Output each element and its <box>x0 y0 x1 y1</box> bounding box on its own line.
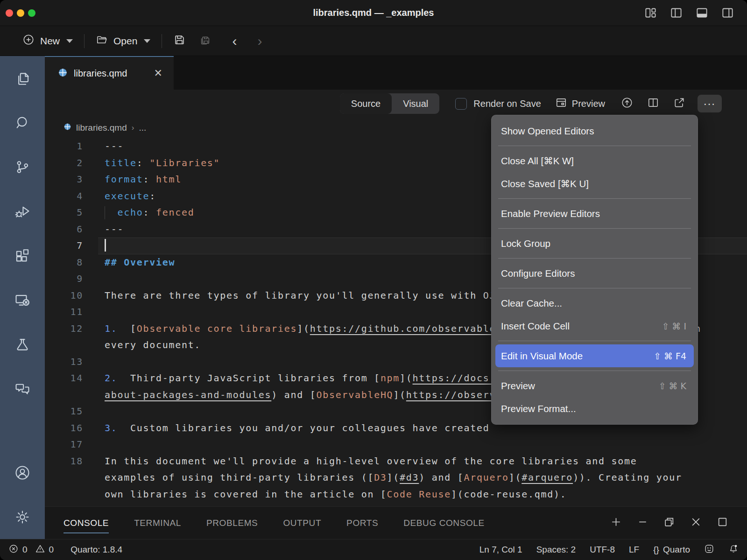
open-button[interactable]: Open <box>96 34 150 48</box>
line-number: 5 <box>45 204 83 221</box>
cursor-position-status[interactable]: Ln 7, Col 1 <box>479 545 522 555</box>
plus-icon[interactable] <box>610 516 622 530</box>
code-token: ]( <box>400 372 412 384</box>
navigate-back-button[interactable]: ‹ <box>232 33 237 49</box>
text-cursor <box>105 239 106 252</box>
panel-tab-debug-console[interactable]: DEBUG CONSOLE <box>403 513 485 533</box>
code-line[interactable]: 18In this document we'll provide a high-… <box>45 453 747 470</box>
code-token: There are three types of library you'll … <box>105 290 509 301</box>
menu-item-configure-editors[interactable]: Configure Editors <box>492 262 698 285</box>
activity-bar-item-testing[interactable] <box>0 322 45 366</box>
preview-icon <box>555 97 567 111</box>
menu-item-preview[interactable]: Preview⇧ ⌘ K <box>492 374 698 397</box>
tab-libraries-qmd[interactable]: libraries.qmd ✕ <box>45 56 174 90</box>
toggle-secondary-sidebar-icon[interactable] <box>721 7 734 21</box>
line-number <box>45 387 83 404</box>
panel-tab-ports[interactable]: PORTS <box>346 513 378 533</box>
render-on-save-checkbox[interactable] <box>455 98 467 110</box>
menu-item-insert-code-cell[interactable]: Insert Code Cell⇧ ⌘ I <box>492 315 698 337</box>
render-document-button[interactable] <box>621 97 633 111</box>
code-token: title <box>105 157 137 168</box>
menu-item-preview-format[interactable]: Preview Format... <box>492 397 698 420</box>
code-line-content: In this document we'll provide a high-le… <box>98 453 747 470</box>
code-line[interactable]: own libraries is covered in the article … <box>45 486 747 503</box>
save-button[interactable] <box>173 34 186 48</box>
source-visual-toggle: Source Visual <box>340 93 440 114</box>
activity-bar-item-chat[interactable] <box>0 366 45 411</box>
code-token: ]( <box>393 389 406 400</box>
activity-bar-item-extensions[interactable] <box>0 233 45 278</box>
code-token: examples of using third-party libraries … <box>105 472 374 483</box>
activity-bar-item-explorer[interactable] <box>0 56 45 100</box>
close-tab-icon[interactable]: ✕ <box>154 67 162 79</box>
menu-item-clear-cache[interactable]: Clear Cache... <box>492 292 698 315</box>
source-mode-button[interactable]: Source <box>340 93 392 114</box>
search-icon <box>14 115 30 131</box>
notifications-bell-icon[interactable] <box>728 544 739 556</box>
close-panel-icon[interactable] <box>690 516 702 530</box>
menu-item-label: Insert Code Cell <box>501 321 570 332</box>
toolbar-separator <box>84 34 85 48</box>
code-token: echo <box>117 207 143 218</box>
eol-status[interactable]: LF <box>629 545 639 555</box>
open-button-label: Open <box>113 35 137 47</box>
code-token: Code Reuse <box>387 489 451 500</box>
chat-icon <box>14 381 30 397</box>
line-number: 7 <box>45 238 83 254</box>
new-button[interactable]: New <box>22 34 73 48</box>
code-token: : <box>143 207 155 218</box>
code-token: code-reuse.qmd <box>464 489 554 500</box>
menu-item-show-opened-editors[interactable]: Show Opened Editors <box>492 119 698 142</box>
open-in-new-window-button[interactable] <box>673 97 685 111</box>
minimize-icon[interactable] <box>637 516 648 530</box>
code-line-content: examples of using third-party libraries … <box>98 469 747 486</box>
code-token: Third-party JavaScript libraries from [ <box>117 372 380 384</box>
menu-item-label: Preview <box>501 380 535 392</box>
code-line-content <box>98 436 747 453</box>
warning-count: 0 <box>49 545 54 555</box>
activity-bar-item-run-debug[interactable] <box>0 189 45 233</box>
save-all-button[interactable] <box>199 34 211 48</box>
encoding-status[interactable]: UTF-8 <box>590 545 615 555</box>
customize-layout-icon[interactable] <box>644 7 657 21</box>
activity-bar-item-settings[interactable] <box>0 495 45 539</box>
code-token: html <box>156 174 182 185</box>
maximize-panel-icon[interactable] <box>717 516 728 530</box>
split-editor-button[interactable] <box>647 97 659 111</box>
panel-tab-terminal[interactable]: TERMINAL <box>134 513 181 533</box>
panel-tab-problems[interactable]: PROBLEMS <box>206 513 258 533</box>
line-number: 9 <box>45 271 83 287</box>
panel-tab-output[interactable]: OUTPUT <box>283 513 321 533</box>
indentation-status[interactable]: Spaces: 2 <box>536 545 576 555</box>
code-token: fenced <box>156 207 194 218</box>
quarto-version-status[interactable]: Quarto: 1.8.4 <box>70 545 122 555</box>
activity-bar-item-sessions[interactable] <box>0 278 45 322</box>
folder-open-icon <box>96 34 108 48</box>
toggle-panel-icon[interactable] <box>696 7 708 21</box>
line-number: 8 <box>45 254 83 271</box>
menu-item-close-saved-k-u[interactable]: Close Saved [⌘K U] <box>492 172 698 195</box>
toolbar-separator <box>162 34 162 48</box>
menu-item-close-all-k-w[interactable]: Close All [⌘K W] <box>492 149 698 172</box>
activity-bar-item-search[interactable] <box>0 100 45 145</box>
navigate-forward-button[interactable]: › <box>257 33 262 49</box>
menu-item-edit-in-visual-mode[interactable]: Edit in Visual Mode⇧ ⌘ F4 <box>495 344 694 367</box>
panel-tab-console[interactable]: CONSOLE <box>63 513 109 533</box>
problems-status[interactable]: 0 0 <box>8 544 54 556</box>
toggle-primary-sidebar-icon[interactable] <box>670 7 683 21</box>
tab-strip: libraries.qmd ✕ <box>45 56 747 90</box>
breadcrumb-more: ... <box>139 123 146 133</box>
activity-bar-item-source-control[interactable] <box>0 145 45 189</box>
activity-bar-item-account[interactable] <box>0 450 45 495</box>
more-actions-button[interactable]: ... <box>698 95 722 112</box>
code-line[interactable]: examples of using third-party libraries … <box>45 469 747 486</box>
language-mode-status[interactable]: {} Quarto <box>653 545 690 555</box>
feedback-smiley-icon[interactable] <box>704 544 714 556</box>
visual-mode-button[interactable]: Visual <box>392 93 439 114</box>
code-line[interactable]: 17 <box>45 436 747 453</box>
restore-panel-icon[interactable] <box>663 516 675 530</box>
menu-item-lock-group[interactable]: Lock Group <box>492 232 698 255</box>
menu-item-label: Edit in Visual Mode <box>501 350 583 362</box>
preview-button[interactable]: Preview <box>555 97 605 111</box>
menu-item-enable-preview-editors[interactable]: Enable Preview Editors <box>492 202 698 225</box>
